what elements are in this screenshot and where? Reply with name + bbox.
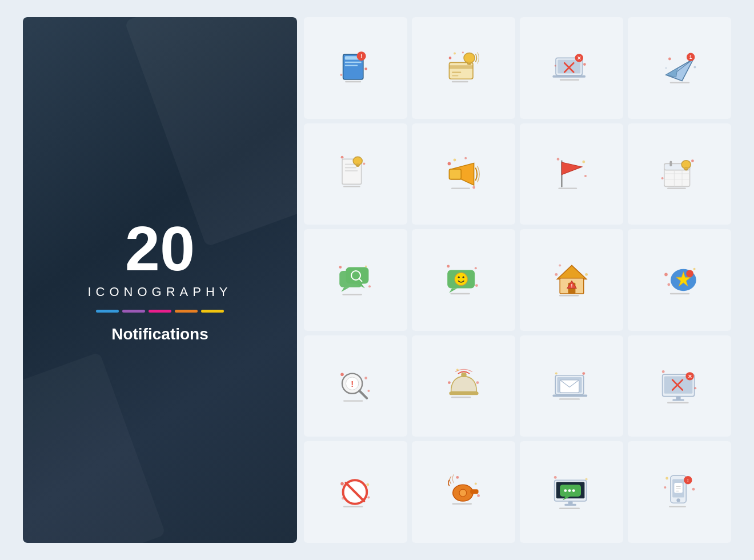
whistle-icon <box>441 469 487 515</box>
send-notification-icon: 1 <box>657 45 703 91</box>
svg-point-73 <box>691 160 694 163</box>
emoji-message-icon <box>441 257 487 303</box>
svg-rect-41 <box>344 167 356 168</box>
svg-point-17 <box>454 52 456 54</box>
svg-point-178 <box>665 477 668 480</box>
svg-point-18 <box>462 51 463 53</box>
svg-point-179 <box>664 486 666 489</box>
svg-rect-137 <box>672 399 684 401</box>
svg-point-122 <box>476 381 479 384</box>
icon-cell-email-notification <box>520 335 623 437</box>
iconography-label: ICONOGRAPHY <box>87 285 232 299</box>
svg-rect-164 <box>568 501 572 505</box>
svg-point-54 <box>472 186 475 189</box>
star-notification-icon <box>657 257 703 303</box>
svg-point-13 <box>464 53 475 63</box>
svg-text:✕: ✕ <box>576 55 581 61</box>
phone-notification-icon: ! <box>657 469 703 515</box>
svg-text:✕: ✕ <box>687 373 692 379</box>
svg-point-58 <box>556 158 559 161</box>
home-alert-icon: ! <box>549 257 595 303</box>
category-title: Notifications <box>111 325 208 343</box>
svg-point-84 <box>365 265 367 267</box>
svg-rect-50 <box>449 169 461 179</box>
main-container: 20 ICONOGRAPHY Notifications ! <box>23 17 731 543</box>
svg-point-51 <box>447 162 451 166</box>
svg-point-109 <box>693 268 695 270</box>
svg-rect-64 <box>669 161 672 167</box>
svg-point-162 <box>568 489 571 492</box>
laptop-error-icon: ✕ <box>549 45 595 91</box>
svg-marker-95 <box>557 265 586 279</box>
svg-point-141 <box>694 387 696 389</box>
monitor-error-icon: ✕ <box>657 363 703 409</box>
icon-cell-monitor-error: ✕ <box>628 335 731 437</box>
svg-point-147 <box>367 497 370 499</box>
monitor-chat-icon <box>549 469 595 515</box>
icon-grid: ! <box>304 17 731 543</box>
icon-cell-star-notification <box>628 229 731 331</box>
svg-marker-57 <box>562 162 581 175</box>
svg-point-148 <box>342 497 344 500</box>
svg-point-180 <box>692 488 695 491</box>
svg-point-15 <box>467 63 471 65</box>
svg-point-45 <box>356 165 359 167</box>
icon-cell-blocked <box>304 441 407 543</box>
svg-point-155 <box>477 494 480 497</box>
svg-rect-120 <box>461 373 467 377</box>
email-notification-icon <box>549 363 595 409</box>
svg-point-7 <box>364 67 367 70</box>
svg-point-36 <box>693 66 696 68</box>
svg-marker-77 <box>341 287 349 292</box>
svg-point-74 <box>661 177 663 179</box>
icon-cell-megaphone <box>412 123 515 225</box>
icon-cell-phone-notification: ! <box>628 441 731 543</box>
svg-point-130 <box>555 372 557 374</box>
svg-rect-42 <box>344 170 357 171</box>
svg-point-27 <box>583 63 586 66</box>
icon-cell-notification-card <box>412 17 515 119</box>
svg-rect-119 <box>449 391 478 395</box>
svg-point-166 <box>554 476 556 479</box>
svg-point-108 <box>667 283 670 286</box>
svg-point-59 <box>582 161 585 163</box>
notification-book-icon: ! <box>333 45 379 91</box>
svg-rect-11 <box>452 71 461 73</box>
svg-point-171 <box>676 498 680 502</box>
svg-point-72 <box>684 169 688 171</box>
svg-point-90 <box>462 277 464 278</box>
color-bars <box>96 310 224 313</box>
color-bar-yellow <box>201 310 224 313</box>
svg-point-60 <box>584 175 587 177</box>
svg-rect-10 <box>449 65 473 69</box>
svg-point-129 <box>582 372 585 375</box>
calendar-bell-icon <box>657 151 703 197</box>
color-bar-pink <box>149 310 171 313</box>
icon-cell-flag-notification <box>520 123 623 225</box>
svg-point-91 <box>447 265 450 268</box>
svg-point-89 <box>458 277 459 278</box>
svg-point-153 <box>456 476 459 479</box>
svg-point-35 <box>668 57 671 60</box>
svg-point-88 <box>455 273 467 285</box>
color-bar-purple <box>122 310 145 313</box>
svg-rect-165 <box>564 504 576 506</box>
icon-cell-laptop-error: ✕ <box>520 17 623 119</box>
svg-point-16 <box>448 57 451 59</box>
svg-point-8 <box>340 74 342 76</box>
svg-point-115 <box>340 373 344 376</box>
icon-cell-emoji-message <box>412 229 515 331</box>
svg-point-46 <box>340 156 343 159</box>
svg-point-28 <box>554 65 556 66</box>
svg-point-106 <box>686 270 693 277</box>
svg-point-52 <box>453 159 456 162</box>
svg-point-167 <box>585 478 587 481</box>
icon-cell-monitor-chat <box>520 441 623 543</box>
svg-point-121 <box>448 381 451 384</box>
svg-rect-9 <box>449 62 473 79</box>
icon-cell-document-bell <box>304 123 407 225</box>
svg-point-93 <box>475 284 478 287</box>
svg-point-101 <box>585 273 588 276</box>
svg-rect-128 <box>552 394 587 397</box>
svg-text:!: ! <box>360 53 362 59</box>
